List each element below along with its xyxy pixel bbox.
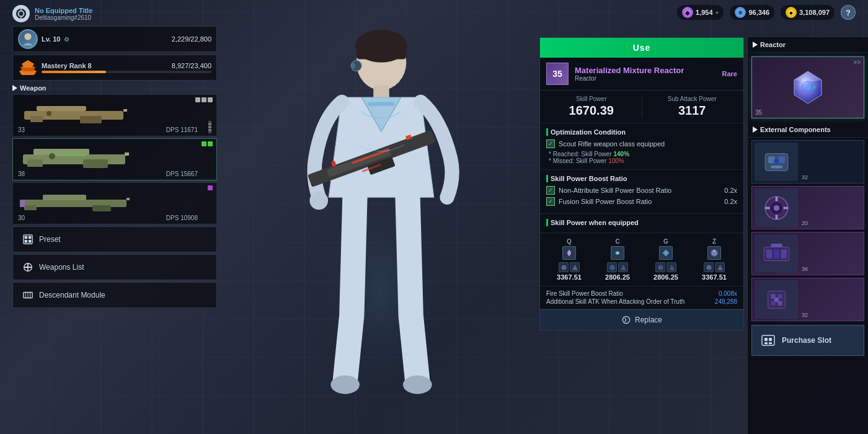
help-button[interactable]: ? [841, 5, 856, 20]
skill-c-value: 2806.25 [605, 273, 630, 281]
descendant-module-button[interactable]: Descendant Module [12, 282, 217, 308]
svg-rect-44 [20, 200, 25, 207]
svg-point-79 [773, 158, 779, 164]
weapon-2-level: 38 [18, 170, 25, 177]
preset-icon [22, 233, 34, 246]
weapon-3-icons [208, 185, 213, 190]
preset-button[interactable]: Preset [12, 226, 217, 252]
reactor-slot-active[interactable]: 35 >> [751, 56, 864, 118]
ext-component-1-level: 32 [802, 174, 808, 180]
mastery-progress-bar [42, 71, 211, 73]
svg-rect-40 [43, 195, 86, 200]
player-title: No Equipped Title [35, 7, 217, 14]
mastery-progress-fill [42, 71, 106, 73]
ext-component-3[interactable]: 36 [751, 232, 864, 275]
svg-point-67 [706, 265, 711, 269]
svg-point-82 [773, 205, 779, 210]
svg-point-73 [805, 84, 811, 91]
svg-point-55 [567, 251, 570, 254]
missed-highlight: 100% [608, 157, 624, 164]
svg-rect-102 [769, 342, 772, 344]
svg-rect-84 [775, 215, 777, 219]
ext-component-2[interactable]: 20 [751, 186, 864, 229]
skill-g-sub-2 [666, 262, 676, 272]
svg-rect-28 [80, 116, 102, 123]
ext-component-4-level: 32 [802, 312, 808, 318]
skill-z-sub [704, 262, 725, 272]
svg-marker-63 [669, 265, 673, 269]
footer-stat-2-value: 248,288 [715, 298, 737, 305]
steam-icon [12, 5, 30, 22]
svg-rect-96 [777, 301, 782, 305]
svg-rect-17 [352, 63, 355, 68]
replace-button[interactable]: Replace [540, 309, 743, 330]
character-svg [211, 0, 552, 434]
skill-slot-g: G 2806.25 [643, 238, 689, 281]
blue-currency-value: 96,346 [748, 9, 769, 16]
ext-component-1[interactable]: 32 [751, 140, 864, 184]
level-label: Lv. 10 [42, 35, 60, 43]
weapon-section-header: Weapon [12, 84, 217, 92]
gold-currency: ● 3,108,097 [781, 5, 835, 20]
ext-component-1-img [755, 143, 798, 181]
svg-point-56 [561, 265, 565, 269]
weapon-slot-2[interactable]: 38 DPS 15667 [12, 138, 217, 180]
replace-label: Replace [635, 316, 662, 324]
svg-rect-5 [368, 102, 394, 105]
currency-bar: ◆ 1,954 + ❄ 96,346 ● 3,108,097 ? [677, 5, 856, 20]
svg-point-6 [309, 192, 328, 210]
purple-currency: ◆ 1,954 + [677, 5, 724, 20]
purple-currency-icon: ◆ [682, 7, 693, 18]
descendant-module-label: Descendant Module [39, 291, 105, 299]
svg-point-59 [609, 265, 614, 269]
reactor-triangle-icon [753, 42, 758, 48]
purchase-slot-icon [760, 332, 777, 349]
svg-rect-46 [25, 236, 28, 239]
svg-rect-43 [126, 198, 130, 200]
ext-component-4[interactable]: 32 [751, 278, 864, 321]
svg-rect-99 [764, 338, 768, 341]
ext-component-2-level: 20 [802, 220, 808, 226]
reactor-slot-level: 35 [755, 109, 762, 116]
skill-q-sub-1 [559, 262, 569, 272]
svg-point-37 [49, 153, 55, 159]
gold-currency-value: 3,108,097 [799, 9, 830, 16]
purchase-slot-button[interactable]: Purchase Slot [751, 325, 864, 356]
svg-rect-48 [25, 240, 28, 243]
skill-g-icon [659, 246, 673, 260]
reactor-name-group: Materialized Mixture Reactor Reactor [575, 66, 684, 82]
condition-note-1: * Reached: Skill Power 140% [546, 151, 737, 157]
skill-z-icon [707, 246, 721, 260]
condition-1: ✓ Scout Rifle weapon class equipped [546, 140, 737, 148]
boost-2-label: Fusion Skill Power Boost Ratio [559, 198, 652, 205]
blue-currency-icon: ❄ [735, 7, 746, 18]
weapons-list-button[interactable]: Weapons List [12, 254, 217, 280]
svg-rect-27 [37, 106, 86, 111]
weapon-slot-1[interactable]: 33 DPS 11671 [12, 94, 217, 136]
svg-rect-98 [762, 335, 774, 345]
section-triangle-icon [12, 85, 17, 91]
use-button[interactable]: Use [540, 38, 743, 58]
boost-bar-icon [546, 175, 548, 182]
weapon-slot-3[interactable]: 30 DPS 10908 [12, 182, 217, 224]
condition-1-text: Scout Rifle weapon class equipped [559, 140, 665, 148]
svg-rect-88 [766, 249, 772, 259]
reactor-level-badge: 35 [546, 63, 569, 85]
left-panel: No Equipped Title Deltiasgaming#2610 Lv.… [12, 5, 217, 310]
skill-z-sub-2 [715, 262, 725, 272]
svg-rect-38 [55, 154, 86, 156]
weapon-3-dps: DPS 10908 [166, 215, 198, 221]
skill-c-icon [611, 246, 624, 260]
sub-attack-col: Sub Attack Power 3117 [647, 95, 738, 118]
svg-rect-4 [373, 86, 389, 99]
boost-1-label: Non-Attribute Skill Power Boost Ratio [559, 187, 671, 194]
weapons-list-label: Weapons List [39, 263, 84, 272]
mastery-label: Mastery Rank 8 [42, 62, 92, 69]
descendant-module-icon [22, 289, 34, 301]
reactor-section-title: Reactor [748, 37, 868, 53]
svg-marker-60 [621, 265, 625, 269]
character-display [211, 0, 552, 434]
svg-rect-89 [773, 249, 779, 259]
svg-rect-85 [765, 206, 769, 209]
reactor-panel: Use 35 Materialized Mixture Reactor Reac… [539, 37, 744, 330]
